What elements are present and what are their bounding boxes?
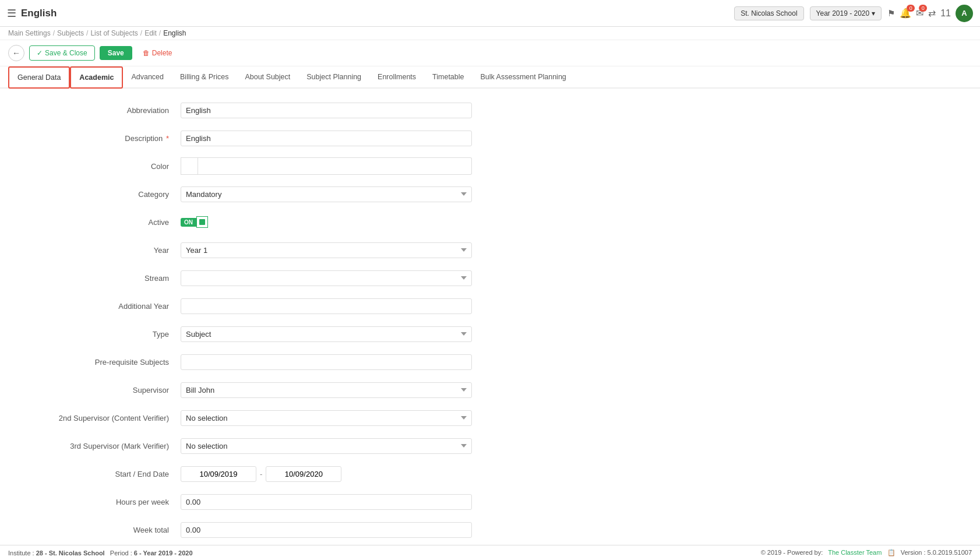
footer-period-value: 6 - Year 2019 - 2020: [134, 550, 193, 557]
hours-week-label: Hours per week: [17, 498, 181, 506]
topbar-icons: ⚑ 🔔 0 ✉ 0 ⇄ 11 A: [887, 5, 973, 22]
stream-row: Stream: [17, 268, 963, 288]
hours-week-field: [181, 494, 472, 510]
footer-version-text: Version : 5.0.2019.51007: [901, 549, 972, 556]
abbreviation-field: [181, 103, 472, 118]
startend-label: Start / End Date: [17, 470, 181, 478]
footer-team-link[interactable]: The Classter Team: [828, 549, 882, 556]
active-toggle[interactable]: ON: [181, 216, 472, 228]
supervisor2-field: No selection Bill John: [181, 410, 472, 426]
week-total-label: Week total: [17, 526, 181, 534]
notification-bell-icon[interactable]: 🔔 0: [900, 8, 911, 19]
tab-billing[interactable]: Billing & Prices: [172, 66, 237, 89]
color-text-input[interactable]: [198, 157, 472, 175]
year-label: Year 2019 - 2020: [816, 9, 870, 17]
description-label: Description *: [17, 134, 181, 143]
supervisor-field: Bill John No selection: [181, 382, 472, 398]
date-separator: -: [260, 470, 262, 478]
user-count: 11: [940, 8, 951, 19]
share-icon[interactable]: ⇄: [928, 8, 936, 19]
tab-academic[interactable]: Academic: [70, 66, 123, 89]
startend-row: Start / End Date -: [17, 464, 963, 484]
type-field: Subject Activity Module: [181, 326, 472, 342]
prereq-input[interactable]: [181, 354, 472, 370]
school-button[interactable]: St. Nicolas School: [734, 6, 803, 20]
avatar[interactable]: A: [956, 5, 973, 22]
breadcrumb-sep-4: /: [159, 29, 161, 37]
chevron-down-icon: ▾: [872, 9, 875, 17]
delete-label: Delete: [152, 49, 172, 57]
hamburger-icon[interactable]: ☰: [7, 7, 16, 20]
startend-field: -: [181, 466, 472, 482]
tab-enrollments[interactable]: Enrollments: [369, 66, 424, 89]
mail-icon[interactable]: ✉ 0: [916, 8, 923, 19]
supervisor2-select[interactable]: No selection Bill John: [181, 410, 472, 426]
footer-copyright: © 2019 - Powered by:: [761, 549, 823, 556]
year-row: Year Year 1 Year 2 Year 3: [17, 240, 963, 260]
year-field: Year 1 Year 2 Year 3: [181, 242, 472, 258]
week-total-row: Week total: [17, 520, 963, 540]
tab-timetable[interactable]: Timetable: [424, 66, 472, 89]
topbar: ☰ English St. Nicolas School Year 2019 -…: [0, 0, 980, 27]
abbreviation-input[interactable]: [181, 103, 472, 118]
type-row: Type Subject Activity Module: [17, 324, 963, 344]
save-button[interactable]: Save: [100, 46, 132, 60]
type-select[interactable]: Subject Activity Module: [181, 326, 472, 342]
tab-about[interactable]: About Subject: [237, 66, 298, 89]
start-date-input[interactable]: [181, 466, 256, 482]
footer-version: © 2019 - Powered by: The Classter Team 📋…: [761, 549, 972, 557]
abbreviation-row: Abbreviation: [17, 100, 963, 120]
hours-week-row: Hours per week: [17, 492, 963, 512]
end-date-input[interactable]: [266, 466, 341, 482]
category-row: Category Mandatory Optional Elective: [17, 184, 963, 204]
footer: Institute : 28 - St. Nicolas School Peri…: [0, 545, 980, 560]
year-select[interactable]: Year 1 Year 2 Year 3: [181, 242, 472, 258]
supervisor2-row: 2nd Supervisor (Content Verifier) No sel…: [17, 408, 963, 428]
supervisor3-field: No selection Bill John: [181, 438, 472, 454]
year-label: Year: [17, 246, 181, 255]
back-button[interactable]: ←: [8, 45, 24, 61]
year-selector[interactable]: Year 2019 - 2020 ▾: [810, 6, 882, 20]
notification-badge: 0: [907, 5, 915, 12]
breadcrumb-main-settings[interactable]: Main Settings: [8, 29, 51, 37]
required-star: *: [164, 134, 169, 143]
stream-select[interactable]: [181, 270, 472, 286]
breadcrumb-list-of-subjects[interactable]: List of Subjects: [90, 29, 138, 37]
additional-year-label: Additional Year: [17, 302, 181, 311]
type-label: Type: [17, 330, 181, 339]
prereq-field: [181, 354, 472, 370]
action-bar: ← ✓ Save & Close Save 🗑 Delete: [0, 40, 980, 66]
toggle-knob[interactable]: [196, 216, 208, 228]
description-input[interactable]: [181, 131, 472, 146]
category-select[interactable]: Mandatory Optional Elective: [181, 186, 472, 202]
additional-year-field: [181, 298, 472, 314]
save-close-button[interactable]: ✓ Save & Close: [29, 45, 95, 61]
hours-week-input[interactable]: [181, 494, 472, 510]
tab-planning[interactable]: Subject Planning: [298, 66, 369, 89]
tabs-bar: General Data Academic Advanced Billing &…: [0, 66, 980, 89]
flag-icon[interactable]: ⚑: [887, 8, 895, 19]
breadcrumb-edit[interactable]: Edit: [144, 29, 157, 37]
breadcrumb-sep-2: /: [86, 29, 88, 37]
tab-general[interactable]: General Data: [8, 66, 70, 89]
breadcrumb-sep-3: /: [140, 29, 142, 37]
active-field: ON: [181, 216, 472, 228]
delete-button[interactable]: 🗑 Delete: [137, 46, 178, 60]
breadcrumb-current: English: [163, 29, 186, 37]
footer-institute-label: Institute :: [8, 550, 34, 557]
supervisor-select[interactable]: Bill John No selection: [181, 382, 472, 398]
trash-icon: 🗑: [143, 49, 150, 57]
breadcrumb: Main Settings / Subjects / List of Subje…: [0, 27, 980, 40]
week-total-input[interactable]: [181, 522, 472, 538]
supervisor3-select[interactable]: No selection Bill John: [181, 438, 472, 454]
additional-year-input[interactable]: [181, 298, 472, 314]
tab-advanced[interactable]: Advanced: [123, 66, 172, 89]
supervisor-row: Supervisor Bill John No selection: [17, 380, 963, 400]
supervisor3-row: 3rd Supervisor (Mark Verifier) No select…: [17, 436, 963, 456]
color-swatch[interactable]: [181, 157, 198, 175]
stream-field: [181, 270, 472, 286]
breadcrumb-subjects[interactable]: Subjects: [57, 29, 84, 37]
additional-year-row: Additional Year: [17, 296, 963, 316]
supervisor2-label: 2nd Supervisor (Content Verifier): [17, 414, 181, 422]
tab-bulk[interactable]: Bulk Assessment Planning: [473, 66, 574, 89]
